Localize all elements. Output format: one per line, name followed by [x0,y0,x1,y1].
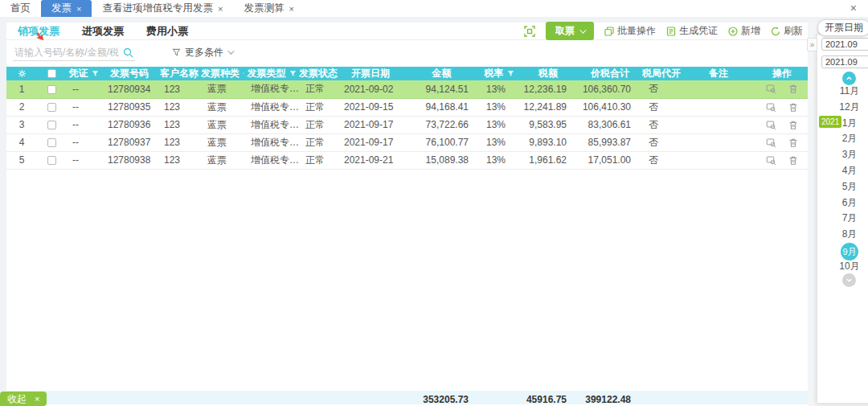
table-row[interactable]: 1--12780934123蓝票增值税专用...正常2021-09-0294,1… [6,80,808,98]
filter-icon[interactable] [289,70,297,77]
total-kind [201,391,244,406]
month-item-2月[interactable]: 2月 [817,131,868,146]
col-header-customer: 客户名称 [158,67,201,80]
filter-icon[interactable] [92,70,99,77]
table-row[interactable]: 2--12780935123蓝票增值税专用...正常2021-09-1594,1… [6,98,808,116]
col-header-tax-rate[interactable]: 税率 [480,67,518,80]
month-item-4月[interactable]: 4月 [817,163,868,178]
top-tab-4[interactable]: 发票测算× [233,0,304,17]
month-scroll-down-button[interactable] [842,273,856,287]
cell-settings: 3 [6,116,37,133]
cell-invoice-no: 12780935 [101,98,158,116]
total-status [299,391,338,406]
cell-ops [756,133,808,151]
cell-remark [681,98,756,116]
preview-invoice-button[interactable] [766,137,776,148]
row-checkbox[interactable] [47,121,56,129]
cell-type: 增值税专用... [244,151,299,169]
more-filters-button[interactable]: 更多条件 [172,46,232,59]
top-tab-2[interactable]: 发票× [41,0,92,17]
preview-invoice-button[interactable] [766,120,776,130]
table-row[interactable]: 4--12780937123蓝票增值税专用...正常2021-09-1776,1… [6,133,808,151]
month-item-7月[interactable]: 7月 [817,211,868,225]
tab-close-icon[interactable]: × [218,4,223,14]
row-checkbox[interactable] [47,138,56,147]
cell-status: 正常 [299,80,338,98]
col-header-ops: 操作 [756,67,808,80]
filter-icon[interactable] [507,70,514,77]
col-header-status: 发票状态 [299,67,338,80]
month-item-3月[interactable]: 3月 [817,147,868,162]
col-header-type[interactable]: 发票类型 [244,67,299,80]
row-checkbox[interactable] [47,156,56,165]
collapse-panel-button[interactable]: » [807,38,817,51]
row-checkbox[interactable] [47,85,56,94]
month-item-5月[interactable]: 5月 [817,179,868,194]
get-invoice-button[interactable]: 取票 [546,22,594,40]
cell-agency: 否 [642,116,681,133]
preview-invoice-button[interactable] [766,102,776,113]
delete-invoice-button[interactable] [788,155,798,166]
refresh-button[interactable]: 刷新 [771,24,803,38]
cell-text: 2021-09-17 [344,119,393,130]
add-label: 新增 [741,24,760,38]
window-close-icon[interactable]: × [850,2,857,14]
delete-invoice-button[interactable] [788,137,798,148]
total-voucher [66,391,101,406]
month-item-1月[interactable]: 1月2021 [817,116,868,130]
delete-invoice-button[interactable] [788,84,798,94]
row-checkbox[interactable] [47,103,56,112]
delete-invoice-button[interactable] [788,120,798,130]
col-header-settings[interactable] [6,67,37,80]
cell-tax: 9,893.10 [518,133,578,151]
cell-text: 增值税专用... [251,83,299,94]
table-row[interactable]: 3--12780936123蓝票增值税专用...正常2021-09-1773,7… [6,116,808,133]
filter-icon[interactable] [243,70,244,77]
sub-tab-2[interactable]: 进项发票 [71,23,135,39]
cell-text: 73,722.66 [426,119,469,130]
sub-tab-label: 费用小票 [146,25,188,37]
delete-invoice-button[interactable] [788,102,798,113]
chevron-down-icon [227,47,234,54]
cell-text: 3 [19,119,25,130]
tab-close-icon[interactable]: × [289,4,293,14]
month-item-6月[interactable]: 6月 [817,195,868,210]
row-actions [756,155,808,166]
date-from-input[interactable] [821,38,868,51]
cell-settings: 2 [6,98,37,116]
cell-kind: 蓝票 [201,80,244,98]
preview-invoice-button[interactable] [766,155,776,166]
date-to-input[interactable] [821,55,868,68]
preview-invoice-button[interactable] [766,84,776,94]
gear-icon[interactable] [18,69,27,78]
col-header-voucher[interactable]: 凭证 [66,67,101,80]
month-item-11月[interactable]: 11月 [817,84,868,98]
cell-select [37,98,66,116]
search-icon[interactable] [123,47,133,61]
col-header-select[interactable] [37,67,66,80]
row-actions [756,102,808,113]
month-item-12月[interactable]: 12月 [817,100,868,114]
col-header-kind[interactable]: 发票种类 [201,67,244,80]
generate-voucher-button[interactable]: 生成凭证 [666,24,718,38]
month-item-8月[interactable]: 8月 [817,227,868,241]
table-row[interactable]: 5--12780938123蓝票增值税专用...正常2021-09-2115,0… [6,151,808,169]
add-button[interactable]: 新增 [728,24,760,38]
top-tab-1[interactable]: 首页 [0,0,41,17]
tab-close-icon[interactable]: × [76,4,81,14]
close-icon[interactable]: × [35,394,39,404]
col-header-label: 发票号码 [110,67,149,80]
scan-qr-icon[interactable] [524,26,535,37]
search-input[interactable] [13,44,135,61]
cell-voucher: -- [66,133,101,151]
select-all-checkbox[interactable] [47,69,56,78]
sub-tab-3[interactable]: 费用小票 [135,23,199,39]
top-tab-3[interactable]: 查看进项增值税专用发票× [92,0,233,17]
cell-text: 正常 [305,101,325,113]
month-item-10月[interactable]: 10月 [817,259,868,273]
collapse-badge[interactable]: 收起 × [0,392,47,406]
cell-text: 12780938 [108,154,150,166]
month-item-9月[interactable]: 9月 [817,243,868,257]
batch-actions-button[interactable]: 批量操作 [604,24,656,38]
get-invoice-label: 取票 [555,24,575,38]
